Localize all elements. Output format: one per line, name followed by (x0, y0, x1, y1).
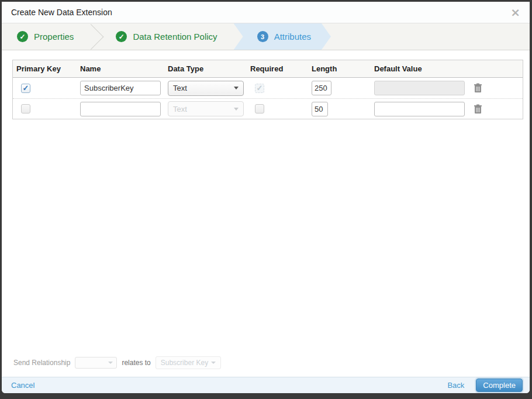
col-header-data-type: Data Type (164, 64, 247, 73)
col-header-required: Required (247, 64, 308, 73)
step-number-badge: 3 (257, 31, 268, 42)
length-input[interactable] (312, 81, 331, 95)
default-value-input[interactable] (374, 102, 465, 116)
attribute-row: ✓ Text ✓ (13, 78, 523, 98)
wizard-step-label: Data Retention Policy (133, 32, 217, 42)
complete-button[interactable]: Complete (476, 379, 523, 392)
attribute-row: Text (13, 98, 523, 119)
col-header-length: Length (308, 64, 371, 73)
data-type-select[interactable]: Text (168, 81, 244, 96)
delete-row-trash-icon[interactable] (474, 104, 482, 114)
chevron-down-icon (234, 108, 239, 111)
attribute-name-input[interactable] (80, 81, 161, 95)
step-complete-check-icon: ✓ (116, 31, 127, 42)
chevron-down-icon (234, 87, 239, 90)
cancel-link[interactable]: Cancel (11, 381, 34, 390)
attribute-name-input[interactable] (80, 102, 161, 116)
step-chevron-divider (85, 23, 101, 50)
wizard-step-label: Properties (34, 32, 74, 42)
modal-titlebar: Create New Data Extension × (2, 2, 530, 23)
col-header-name: Name (77, 64, 164, 73)
wizard-stepbar: ✓ Properties ✓ Data Retention Policy 3 A… (2, 23, 530, 50)
chevron-down-icon (211, 362, 216, 364)
send-relationship-label: Send Relationship (13, 359, 70, 367)
wizard-step-label: Attributes (274, 32, 311, 42)
required-checkbox: ✓ (255, 84, 264, 93)
attributes-table: Primary Key Name Data Type Required Leng… (12, 60, 523, 119)
send-relationship-row: Send Relationship relates to Subscriber … (13, 356, 221, 369)
data-type-select: Text (168, 101, 244, 116)
chevron-down-icon (108, 362, 113, 364)
send-relationship-select (75, 357, 117, 369)
modal-title: Create New Data Extension (11, 8, 112, 17)
relates-target-select: Subscriber Key (156, 356, 221, 369)
relates-to-label: relates to (122, 359, 150, 367)
required-checkbox[interactable] (255, 104, 264, 113)
wizard-step-properties[interactable]: ✓ Properties (2, 23, 85, 50)
modal-content: Primary Key Name Data Type Required Leng… (2, 50, 530, 377)
data-type-selected-value: Text (173, 105, 187, 113)
col-header-primary-key: Primary Key (13, 64, 77, 73)
attributes-table-header: Primary Key Name Data Type Required Leng… (13, 60, 523, 78)
delete-row-trash-icon[interactable] (474, 83, 482, 93)
close-icon[interactable]: × (510, 6, 520, 18)
wizard-step-attributes: 3 Attributes (234, 23, 331, 50)
data-type-selected-value: Text (173, 84, 187, 92)
step-complete-check-icon: ✓ (17, 31, 28, 42)
modal-footer: Cancel Back Complete (2, 377, 530, 393)
primary-key-checkbox[interactable]: ✓ (21, 84, 30, 93)
primary-key-checkbox[interactable] (21, 104, 30, 113)
wizard-step-data-retention[interactable]: ✓ Data Retention Policy (101, 23, 229, 50)
col-header-default-value: Default Value (371, 64, 465, 73)
length-input[interactable] (312, 102, 328, 116)
relates-target-value: Subscriber Key (161, 359, 208, 367)
back-link[interactable]: Back (447, 381, 464, 390)
create-data-extension-modal: Create New Data Extension × ✓ Properties… (2, 2, 530, 393)
default-value-input (374, 81, 465, 95)
